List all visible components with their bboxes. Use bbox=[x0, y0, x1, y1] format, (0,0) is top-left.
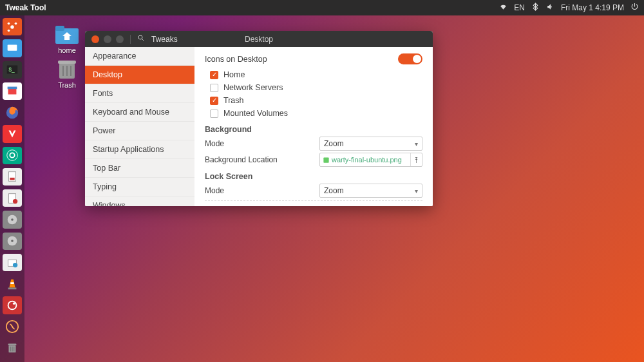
field-label-mode: Mode bbox=[205, 186, 319, 195]
disk-icon-1[interactable] bbox=[3, 211, 22, 228]
checkbox-label: Trash bbox=[223, 96, 244, 105]
svg-line-40 bbox=[142, 39, 144, 41]
vivaldi-icon[interactable] bbox=[3, 125, 22, 142]
sidebar-item-desktop[interactable]: Desktop bbox=[85, 66, 194, 84]
svg-rect-7 bbox=[8, 89, 17, 95]
app-icon-4[interactable] bbox=[3, 318, 22, 336]
upload-icon[interactable]: ⭱ bbox=[410, 153, 422, 166]
desktop-home-folder[interactable]: home bbox=[52, 23, 82, 54]
dash-icon[interactable] bbox=[3, 18, 22, 35]
icons-toggle[interactable] bbox=[398, 53, 422, 64]
checkbox[interactable] bbox=[210, 84, 218, 92]
desktop-icon-label: Trash bbox=[52, 81, 82, 89]
svg-point-17 bbox=[11, 218, 14, 221]
firefox-icon[interactable] bbox=[3, 104, 22, 121]
desktop-trash[interactable]: Trash bbox=[52, 58, 82, 89]
software-icon[interactable] bbox=[3, 254, 22, 271]
svg-text:$_: $_ bbox=[9, 67, 15, 73]
power-icon[interactable] bbox=[630, 3, 639, 13]
svg-rect-33 bbox=[55, 26, 64, 31]
svg-point-2 bbox=[15, 22, 17, 24]
minimize-button[interactable] bbox=[104, 35, 111, 43]
svg-point-21 bbox=[13, 263, 17, 267]
svg-rect-23 bbox=[8, 287, 17, 289]
volume-icon[interactable] bbox=[546, 3, 554, 13]
trash-dock-icon[interactable] bbox=[3, 339, 22, 357]
category-sidebar: AppearanceDesktopFontsKeyboard and Mouse… bbox=[85, 47, 194, 206]
sidebar-item-windows[interactable]: Windows bbox=[85, 196, 194, 206]
svg-point-39 bbox=[138, 35, 142, 39]
language-indicator[interactable]: EN bbox=[514, 3, 525, 12]
sidebar-item-fonts[interactable]: Fonts bbox=[85, 84, 194, 103]
trash-icon bbox=[54, 58, 80, 80]
content-pane: Icons on Desktop HomeNetwork ServersTras… bbox=[194, 47, 433, 206]
svg-point-1 bbox=[8, 22, 10, 24]
window-controls bbox=[85, 35, 124, 43]
sidebar-item-appearance[interactable]: Appearance bbox=[85, 47, 194, 66]
terminal-icon[interactable]: $_ bbox=[3, 61, 22, 79]
sidebar-item-top-bar[interactable]: Top Bar bbox=[85, 159, 194, 178]
settings-icon[interactable] bbox=[3, 147, 22, 164]
svg-point-11 bbox=[7, 150, 18, 161]
svg-point-24 bbox=[8, 301, 17, 309]
bg-mode-select[interactable]: Zoom bbox=[319, 137, 422, 151]
svg-point-15 bbox=[13, 199, 17, 204]
checkbox-label: Network Servers bbox=[223, 83, 283, 92]
disk-icon-2[interactable] bbox=[3, 233, 22, 250]
svg-point-10 bbox=[10, 153, 14, 157]
sidebar-item-typing[interactable]: Typing bbox=[85, 178, 194, 196]
check-row-home: Home bbox=[205, 68, 422, 81]
checkbox-label: Mounted Volumes bbox=[223, 109, 288, 118]
svg-point-3 bbox=[8, 29, 10, 32]
tweaks-window: Tweaks Desktop AppearanceDesktopFontsKey… bbox=[85, 31, 433, 206]
bg-file-picker[interactable]: warty-final-ubuntu.png ⭱ bbox=[319, 153, 422, 167]
clock[interactable]: Fri May 1 4:19 PM bbox=[561, 3, 624, 12]
svg-point-25 bbox=[13, 302, 15, 305]
app-icon-3[interactable] bbox=[3, 296, 22, 314]
checkbox[interactable] bbox=[210, 71, 218, 79]
folder-icon bbox=[54, 23, 80, 45]
section-heading: Background bbox=[205, 125, 422, 134]
store-icon[interactable] bbox=[3, 82, 22, 100]
field-label-bg-location: Background Location bbox=[205, 155, 319, 164]
divider bbox=[205, 200, 422, 201]
sidebar-item-startup-applications[interactable]: Startup Applications bbox=[85, 140, 194, 159]
close-button[interactable] bbox=[91, 35, 99, 43]
top-panel: Tweak Tool EN Fri May 1 4:19 PM bbox=[0, 0, 644, 15]
search-icon[interactable] bbox=[137, 34, 145, 44]
check-row-network-servers: Network Servers bbox=[205, 81, 422, 94]
svg-rect-22 bbox=[10, 282, 14, 284]
svg-rect-13 bbox=[10, 178, 14, 180]
svg-rect-35 bbox=[58, 61, 76, 64]
svg-rect-4 bbox=[8, 44, 17, 50]
section-title: Icons on Desktop bbox=[205, 55, 267, 64]
svg-point-19 bbox=[11, 240, 14, 242]
app-icon-1[interactable] bbox=[3, 168, 22, 186]
svg-rect-41 bbox=[323, 157, 328, 162]
checkbox[interactable] bbox=[210, 110, 218, 118]
sidebar-item-keyboard-and-mouse[interactable]: Keyboard and Mouse bbox=[85, 103, 194, 122]
lock-mode-select[interactable]: Zoom bbox=[319, 184, 422, 198]
bg-file-name: warty-final-ubuntu.png bbox=[320, 156, 410, 164]
window-header[interactable]: Tweaks Desktop bbox=[85, 31, 433, 47]
system-tray: EN Fri May 1 4:19 PM bbox=[499, 3, 644, 13]
check-row-mounted-volumes: Mounted Volumes bbox=[205, 107, 422, 120]
svg-rect-8 bbox=[8, 87, 17, 90]
app-icon-2[interactable] bbox=[3, 189, 22, 207]
separator bbox=[130, 35, 131, 44]
desktop-icon-app[interactable] bbox=[3, 39, 22, 57]
svg-rect-28 bbox=[8, 344, 17, 346]
sidebar-item-power[interactable]: Power bbox=[85, 122, 194, 140]
maximize-button[interactable] bbox=[116, 35, 124, 43]
svg-point-0 bbox=[10, 25, 14, 29]
active-app-title: Tweak Tool bbox=[0, 3, 46, 12]
check-row-trash: Trash bbox=[205, 94, 422, 107]
section-heading: Lock Screen bbox=[205, 172, 422, 181]
bluetooth-icon[interactable] bbox=[531, 3, 540, 13]
desktop-icon-label: home bbox=[52, 46, 82, 54]
checkbox[interactable] bbox=[210, 97, 218, 105]
vlc-icon[interactable] bbox=[3, 275, 22, 292]
launcher-dock: $_ bbox=[0, 15, 24, 362]
network-icon[interactable] bbox=[499, 3, 507, 13]
checkbox-label: Home bbox=[223, 70, 245, 79]
